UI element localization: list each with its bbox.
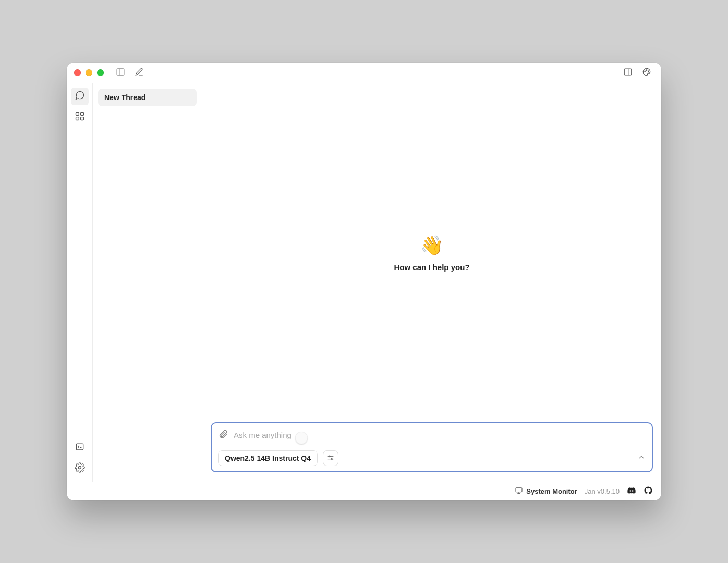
attach-button[interactable] bbox=[218, 429, 228, 441]
model-selector[interactable]: Qwen2.5 14B Instruct Q4 bbox=[218, 450, 318, 466]
statusbar: System Monitor Jan v0.5.10 bbox=[67, 482, 661, 500]
greeting: 👋 How can I help you? bbox=[202, 83, 661, 422]
body: New Thread 👋 How can I help you? bbox=[67, 83, 661, 482]
chevron-up-icon bbox=[637, 454, 646, 463]
compose-icon bbox=[135, 67, 144, 79]
palette-icon bbox=[642, 67, 651, 79]
server-icon bbox=[75, 442, 85, 454]
app-window: New Thread 👋 How can I help you? bbox=[67, 63, 661, 500]
svg-rect-7 bbox=[76, 113, 79, 116]
wave-emoji: 👋 bbox=[420, 235, 444, 256]
close-window-button[interactable] bbox=[74, 69, 81, 76]
svg-rect-11 bbox=[76, 444, 83, 450]
toggle-right-panel-button[interactable] bbox=[621, 66, 635, 80]
composer-container: Qwen2.5 14B Instruct Q4 bbox=[202, 422, 661, 482]
grid-icon bbox=[75, 111, 85, 124]
system-monitor-label: System Monitor bbox=[526, 487, 577, 495]
system-monitor-button[interactable]: System Monitor bbox=[515, 486, 577, 496]
nav-local-api-button[interactable] bbox=[71, 439, 89, 457]
nav-chat-button[interactable] bbox=[71, 88, 89, 105]
sliders-icon bbox=[326, 454, 335, 463]
compose-button[interactable] bbox=[132, 66, 147, 80]
svg-point-13 bbox=[78, 467, 81, 469]
github-icon bbox=[644, 486, 653, 497]
zoom-window-button[interactable] bbox=[97, 69, 104, 76]
thread-item-label: New Thread bbox=[104, 93, 145, 102]
svg-rect-10 bbox=[80, 117, 83, 120]
nav-settings-button[interactable] bbox=[71, 460, 89, 478]
message-input[interactable] bbox=[234, 431, 646, 439]
svg-rect-8 bbox=[80, 113, 83, 116]
panel-left-icon bbox=[116, 67, 125, 79]
svg-rect-0 bbox=[117, 69, 124, 75]
svg-rect-2 bbox=[624, 69, 632, 75]
window-controls bbox=[74, 69, 104, 76]
gear-icon bbox=[75, 462, 85, 475]
thread-list: New Thread bbox=[93, 83, 202, 482]
theme-button[interactable] bbox=[639, 66, 654, 80]
discord-icon bbox=[627, 486, 636, 497]
discord-link[interactable] bbox=[627, 486, 636, 497]
svg-rect-9 bbox=[76, 117, 79, 120]
svg-point-4 bbox=[645, 71, 646, 72]
app-version: Jan v0.5.10 bbox=[585, 487, 620, 495]
left-rail bbox=[67, 83, 93, 482]
svg-point-5 bbox=[646, 69, 647, 70]
svg-rect-18 bbox=[516, 488, 522, 492]
titlebar bbox=[67, 63, 661, 83]
expand-composer-button[interactable] bbox=[637, 453, 646, 463]
paperclip-icon bbox=[218, 429, 228, 441]
toggle-sidebar-button[interactable] bbox=[113, 66, 128, 80]
svg-point-6 bbox=[648, 71, 649, 72]
nav-hub-button[interactable] bbox=[71, 108, 89, 126]
github-link[interactable] bbox=[644, 486, 653, 497]
composer: Qwen2.5 14B Instruct Q4 bbox=[211, 422, 653, 472]
model-settings-button[interactable] bbox=[323, 450, 338, 466]
chat-icon bbox=[75, 90, 85, 103]
model-selector-label: Qwen2.5 14B Instruct Q4 bbox=[225, 454, 311, 462]
panel-right-icon bbox=[623, 67, 633, 79]
greeting-text: How can I help you? bbox=[394, 263, 469, 272]
minimize-window-button[interactable] bbox=[86, 69, 92, 76]
thread-item[interactable]: New Thread bbox=[98, 89, 197, 106]
monitor-icon bbox=[515, 486, 523, 496]
main: 👋 How can I help you? bbox=[202, 83, 661, 482]
